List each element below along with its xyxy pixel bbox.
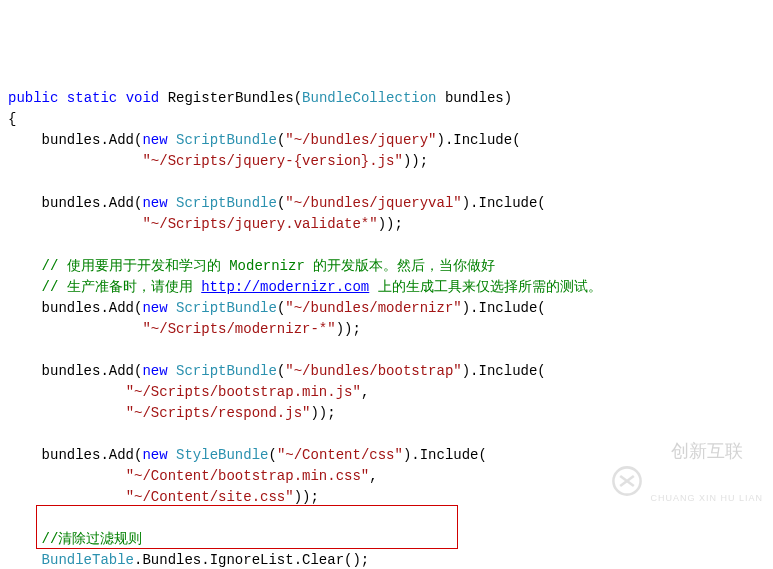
call-tail: ).Include( — [462, 195, 546, 211]
keyword-public: public — [8, 90, 58, 106]
string: "~/bundles/jqueryval" — [285, 195, 461, 211]
string: "~/bundles/modernizr" — [285, 300, 461, 316]
string: "~/bundles/jquery" — [285, 132, 436, 148]
type-scriptbundle: ScriptBundle — [176, 195, 277, 211]
keyword-new: new — [142, 132, 167, 148]
comment-line: //清除过滤规则 — [42, 531, 143, 547]
keyword-static: static — [67, 90, 117, 106]
type-bundletable: BundleTable — [42, 552, 134, 568]
stmt-end: )); — [294, 489, 319, 505]
code-block: public static void RegisterBundles(Bundl… — [8, 88, 765, 569]
type-bundlecollection: BundleCollection — [302, 90, 436, 106]
comma: , — [361, 384, 369, 400]
paren: ( — [268, 447, 276, 463]
comment-line: 上的生成工具来仅选择所需的测试。 — [369, 279, 601, 295]
string: "~/Scripts/bootstrap.min.js" — [126, 384, 361, 400]
keyword-new: new — [142, 300, 167, 316]
string: "~/Content/site.css" — [126, 489, 294, 505]
keyword-void: void — [126, 90, 160, 106]
string: "~/bundles/bootstrap" — [285, 363, 461, 379]
brace-open: { — [8, 111, 16, 127]
call-tail: ).Include( — [403, 447, 487, 463]
string: "~/Scripts/jquery.validate*" — [142, 216, 377, 232]
keyword-new: new — [142, 447, 167, 463]
stmt-end: )); — [378, 216, 403, 232]
method-name: RegisterBundles( — [159, 90, 302, 106]
param: bundles) — [437, 90, 513, 106]
string: "~/Content/bootstrap.min.css" — [126, 468, 370, 484]
call-tail: ).Include( — [437, 132, 521, 148]
call-tail: ).Include( — [462, 363, 546, 379]
type-scriptbundle: ScriptBundle — [176, 300, 277, 316]
string: "~/Content/css" — [277, 447, 403, 463]
call-tail: ).Include( — [462, 300, 546, 316]
stmt-end: )); — [403, 153, 428, 169]
string: "~/Scripts/respond.js" — [126, 405, 311, 421]
comment-link[interactable]: http://modernizr.com — [201, 279, 369, 295]
call: bundles.Add( — [8, 447, 142, 463]
call: bundles.Add( — [8, 300, 142, 316]
call: bundles.Add( — [8, 132, 142, 148]
stmt: .Bundles.IgnoreList.Clear(); — [134, 552, 369, 568]
keyword-new: new — [142, 363, 167, 379]
type-scriptbundle: ScriptBundle — [176, 363, 277, 379]
comma: , — [369, 468, 377, 484]
type-stylebundle: StyleBundle — [176, 447, 268, 463]
string: "~/Scripts/modernizr-*" — [142, 321, 335, 337]
stmt-end: )); — [310, 405, 335, 421]
keyword-new: new — [142, 195, 167, 211]
stmt-end: )); — [336, 321, 361, 337]
comment-line: // 生产准备时，请使用 — [42, 279, 202, 295]
type-scriptbundle: ScriptBundle — [176, 132, 277, 148]
string: "~/Scripts/jquery-{version}.js" — [142, 153, 402, 169]
comment-line: // 使用要用于开发和学习的 Modernizr 的开发版本。然后，当你做好 — [42, 258, 496, 274]
call: bundles.Add( — [8, 195, 142, 211]
call: bundles.Add( — [8, 363, 142, 379]
